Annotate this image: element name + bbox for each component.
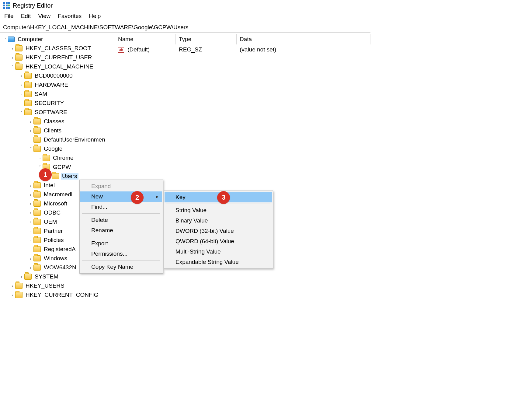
tree-label: Macromedi bbox=[43, 191, 74, 198]
folder-icon bbox=[33, 246, 41, 252]
folder-icon bbox=[33, 182, 41, 188]
ctx-find[interactable]: Find... bbox=[80, 202, 162, 212]
tree-label: Classes bbox=[43, 118, 66, 125]
ctx-new[interactable]: New ▶ bbox=[80, 191, 162, 202]
tree-node-google[interactable]: ˅ Google bbox=[0, 144, 115, 153]
address-bar[interactable]: Computer\HKEY_LOCAL_MACHINE\SOFTWARE\Goo… bbox=[0, 22, 370, 33]
chevron-down-icon[interactable]: ˅ bbox=[10, 65, 15, 69]
tree-node-computer[interactable]: ˅ Computer bbox=[0, 35, 115, 44]
tree-node-hku[interactable]: › HKEY_USERS bbox=[0, 281, 115, 290]
folder-icon bbox=[33, 191, 41, 198]
ctx-new-binary[interactable]: Binary Value bbox=[165, 215, 272, 226]
menu-help[interactable]: Help bbox=[89, 13, 101, 19]
ctx-new-qword[interactable]: QWORD (64-bit) Value bbox=[165, 236, 272, 247]
menu-favorites[interactable]: Favorites bbox=[58, 13, 82, 19]
ctx-rename[interactable]: Rename bbox=[80, 225, 162, 236]
chevron-right-icon[interactable]: › bbox=[28, 256, 33, 261]
folder-icon bbox=[24, 82, 32, 88]
chevron-right-icon[interactable]: › bbox=[10, 284, 15, 288]
ctx-new-dword[interactable]: DWORD (32-bit) Value bbox=[165, 226, 272, 236]
tree-node-hkcr[interactable]: › HKEY_CLASSES_ROOT bbox=[0, 44, 115, 53]
chevron-right-icon[interactable]: › bbox=[19, 83, 24, 87]
tree-label: Chrome bbox=[52, 155, 75, 161]
chevron-right-icon[interactable]: › bbox=[28, 238, 33, 243]
tree-label: Partner bbox=[43, 228, 64, 234]
tree-node[interactable]: DefaultUserEnvironmen bbox=[0, 135, 115, 144]
ctx-new-string[interactable]: String Value bbox=[165, 205, 272, 215]
chevron-down-icon[interactable]: ˅ bbox=[28, 147, 33, 151]
annotation-badge-3: 3 bbox=[217, 191, 230, 204]
tree-node[interactable]: › BCD00000000 bbox=[0, 71, 115, 80]
folder-icon bbox=[33, 237, 41, 243]
folder-icon bbox=[33, 264, 41, 271]
chevron-right-icon[interactable]: › bbox=[19, 74, 24, 78]
chevron-right-icon[interactable]: › bbox=[28, 201, 33, 206]
folder-icon bbox=[15, 283, 23, 289]
chevron-right-icon[interactable]: › bbox=[28, 220, 33, 224]
ctx-copy-key-name[interactable]: Copy Key Name bbox=[80, 262, 162, 272]
menu-file[interactable]: File bbox=[4, 13, 14, 19]
ctx-separator bbox=[82, 213, 160, 214]
computer-icon bbox=[8, 37, 15, 42]
tree-node-hkcc[interactable]: › HKEY_CURRENT_CONFIG bbox=[0, 290, 115, 299]
folder-icon bbox=[24, 91, 32, 97]
col-header-type[interactable]: Type bbox=[176, 34, 237, 44]
chevron-right-icon[interactable]: › bbox=[19, 275, 24, 279]
tree-node-software[interactable]: ˅ SOFTWARE bbox=[0, 108, 115, 117]
chevron-right-icon[interactable]: › bbox=[10, 55, 15, 60]
chevron-right-icon[interactable]: › bbox=[28, 192, 33, 197]
tree-node-gcpw[interactable]: ˅ GCPW bbox=[0, 163, 115, 172]
chevron-right-icon[interactable]: › bbox=[28, 211, 33, 215]
chevron-right-icon[interactable]: › bbox=[28, 229, 33, 233]
chevron-right-icon[interactable]: › bbox=[19, 92, 24, 96]
chevron-down-icon[interactable]: ˅ bbox=[19, 110, 24, 115]
tree-node[interactable]: › Chrome bbox=[0, 153, 115, 163]
chevron-down-icon[interactable]: ˅ bbox=[37, 165, 43, 170]
chevron-right-icon[interactable]: › bbox=[10, 293, 15, 297]
tree-label: WOW6432N bbox=[43, 264, 78, 271]
chevron-right-icon[interactable]: › bbox=[28, 128, 33, 133]
col-header-data[interactable]: Data bbox=[237, 34, 370, 44]
tree-node-hklm[interactable]: ˅ HKEY_LOCAL_MACHINE bbox=[0, 62, 115, 71]
chevron-right-icon[interactable]: › bbox=[10, 46, 15, 51]
ctx-delete[interactable]: Delete bbox=[80, 215, 162, 225]
tree-label: RegisteredA bbox=[43, 246, 77, 253]
ctx-separator bbox=[82, 237, 160, 237]
menu-view[interactable]: View bbox=[38, 13, 50, 19]
folder-icon bbox=[24, 274, 32, 280]
ctx-new-expandstring[interactable]: Expandable String Value bbox=[165, 257, 272, 267]
tree-node[interactable]: SECURITY bbox=[0, 99, 115, 108]
ctx-new-label: New bbox=[91, 193, 103, 200]
folder-icon bbox=[15, 64, 23, 70]
tree-node[interactable]: › HARDWARE bbox=[0, 80, 115, 89]
tree-node-hkcu[interactable]: › HKEY_CURRENT_USER bbox=[0, 53, 115, 62]
chevron-down-icon[interactable]: ˅ bbox=[2, 37, 8, 42]
chevron-right-icon[interactable]: › bbox=[37, 156, 43, 160]
chevron-right-icon[interactable]: › bbox=[28, 183, 33, 188]
tree-label: SAM bbox=[33, 91, 48, 97]
tree-node[interactable]: › Clients bbox=[0, 126, 115, 135]
folder-icon bbox=[33, 201, 41, 207]
folder-icon bbox=[52, 173, 59, 179]
tree-label: Clients bbox=[43, 127, 63, 134]
folder-icon bbox=[15, 292, 23, 298]
ctx-new-multistring[interactable]: Multi-String Value bbox=[165, 247, 272, 257]
tree-label: HKEY_CURRENT_CONFIG bbox=[24, 292, 100, 298]
svg-rect-8 bbox=[8, 7, 10, 9]
chevron-right-icon[interactable]: › bbox=[28, 265, 33, 270]
tree-node[interactable]: › SAM bbox=[0, 89, 115, 99]
svg-rect-5 bbox=[8, 5, 10, 6]
value-data: (value not set) bbox=[237, 44, 370, 55]
blank-icon bbox=[28, 138, 33, 142]
ctx-export[interactable]: Export bbox=[80, 238, 162, 249]
chevron-right-icon[interactable]: › bbox=[28, 119, 33, 124]
ctx-permissions[interactable]: Permissions... bbox=[80, 249, 162, 259]
col-header-name[interactable]: Name bbox=[115, 34, 176, 44]
tree-node[interactable]: › Classes bbox=[0, 117, 115, 126]
context-menu: Expand New ▶ Find... Delete Rename Expor… bbox=[79, 180, 163, 274]
value-row[interactable]: ab (Default) REG_SZ (value not set) bbox=[115, 44, 370, 55]
folder-icon bbox=[43, 155, 50, 161]
folder-icon bbox=[33, 219, 41, 225]
menu-edit[interactable]: Edit bbox=[21, 13, 31, 19]
ctx-expand[interactable]: Expand bbox=[80, 181, 162, 191]
